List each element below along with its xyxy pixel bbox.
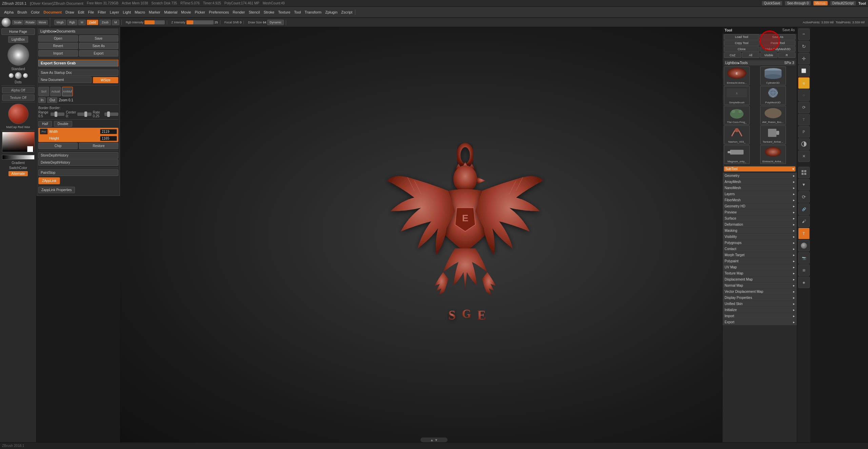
vector-displacement-title[interactable]: Vector Displacement Map ▸ [723, 289, 797, 294]
coz-btn[interactable]: CoZ [724, 53, 741, 58]
link-icon-btn[interactable]: 🔗 [798, 203, 810, 215]
menu-brush[interactable]: Brush [16, 9, 28, 15]
initialize-title[interactable]: Initialize ▸ [723, 307, 797, 313]
normal-map-title[interactable]: Normal Map ▸ [723, 283, 797, 288]
color-picker-area[interactable] [2, 132, 35, 154]
deformation-title[interactable]: Deformation ▸ [723, 222, 797, 227]
geometry-title[interactable]: Geometry ▸ [723, 173, 797, 179]
m-btn[interactable]: M [78, 20, 86, 25]
menu-tool[interactable]: Tool [293, 9, 302, 15]
save-as-header-label[interactable]: Save As [782, 28, 795, 32]
menu-draw[interactable]: Draw [64, 9, 76, 15]
quick-save-btn[interactable]: QuickSave [762, 1, 782, 5]
xpose-icon-btn[interactable]: ✕ [798, 150, 810, 162]
display-properties-title[interactable]: Display Properties ▸ [723, 295, 797, 301]
texture-off-section[interactable]: Texture Off [2, 95, 35, 101]
texture-map-title[interactable]: Texture Map ▸ [723, 270, 797, 276]
tool-thumb-0[interactable]: E Eintracht Anha... [724, 66, 750, 85]
morph-target-title[interactable]: Morph Target ▸ [723, 252, 797, 258]
menu-picker[interactable]: Picker [193, 9, 206, 15]
rotate-btn[interactable]: Rotate [24, 20, 37, 25]
addmesh-icon-btn[interactable] [798, 167, 810, 178]
tool-thumb-8[interactable]: Magnum_only_ [724, 145, 750, 164]
menu-preferences[interactable]: Preferences [208, 9, 230, 15]
new-doc-btn[interactable]: New Document [38, 77, 92, 83]
brush-preview[interactable] [7, 44, 29, 66]
dynamic-btn[interactable]: Dynamic [267, 20, 284, 25]
wsize-btn[interactable]: WSize [93, 77, 118, 83]
paint-stop-btn[interactable]: PaintStop [38, 169, 118, 176]
menu-render[interactable]: Render [231, 9, 246, 15]
tool-thumb-7[interactable]: Tankard_Anhar... [760, 125, 786, 144]
export-screen-grab-btn[interactable]: Export Screen Grab [38, 60, 118, 66]
camera-icon-btn[interactable]: 📷 [798, 252, 810, 264]
loop-icon-btn[interactable]: ⟳ [798, 102, 810, 113]
sphere-icon-btn[interactable] [798, 240, 810, 251]
scroll-icon[interactable]: Scrl [38, 87, 49, 96]
pro-btn[interactable]: Pro [40, 128, 48, 135]
import-title[interactable]: Import ▸ [723, 313, 797, 319]
scale-btn[interactable]: Scale [12, 20, 23, 25]
height-value[interactable]: 1165 [100, 136, 117, 141]
home-page-btn[interactable]: Home Page [1, 28, 35, 35]
alternate-btn[interactable]: Alternate [8, 171, 27, 176]
save-btn[interactable]: Save [79, 35, 119, 42]
alpha-off-section[interactable]: Alpha Off [2, 87, 35, 93]
export-title[interactable]: Export ▸ [723, 319, 797, 325]
actual-icon[interactable]: Actual [50, 87, 61, 96]
move-icon-btn[interactable]: ✛ [798, 53, 810, 64]
tool-thumb-4[interactable]: The Cocs Frog_ [724, 106, 750, 125]
menu-document[interactable]: Document [42, 9, 63, 15]
matcap-sphere[interactable] [8, 104, 28, 124]
import-btn[interactable]: Import [38, 50, 78, 57]
rate-slider[interactable] [104, 113, 118, 116]
fibermesh-title[interactable]: FiberMesh ▸ [723, 197, 797, 203]
tool-thumb-6[interactable]: Nashon_V03_ [724, 125, 750, 144]
zoom-in-btn[interactable]: In [38, 97, 46, 103]
range-slider[interactable] [51, 113, 64, 116]
snap-icon-btn[interactable]: ⊞ [798, 264, 810, 276]
transp-icon-btn[interactable]: T [798, 114, 810, 125]
export-btn[interactable]: Export [79, 50, 119, 57]
half-btn[interactable]: Half [38, 121, 52, 127]
m2-btn[interactable]: M [112, 20, 119, 25]
dot-icon-1[interactable] [9, 73, 14, 78]
refresh-icon-btn[interactable]: ⟳ [798, 191, 810, 203]
r-btn[interactable]: R [778, 53, 795, 58]
contact-title[interactable]: Contact ▸ [723, 246, 797, 252]
persp-icon-btn[interactable]: P [798, 126, 810, 138]
unified-skin-title[interactable]: Unified Skin ▸ [723, 301, 797, 307]
double-btn[interactable]: Double [54, 121, 72, 127]
masking-title[interactable]: Masking ▸ [723, 228, 797, 233]
menu-macro[interactable]: Macro [133, 9, 146, 15]
zapplink-props-btn[interactable]: ZappLink Properties [38, 187, 75, 193]
qviz-icon-btn[interactable]: Q [798, 77, 810, 89]
mrgb-btn[interactable]: Mrgb [54, 20, 66, 25]
see-through-btn[interactable]: See-through 0 [785, 1, 810, 5]
tool-thumb-3[interactable]: PolyMesh3D [760, 86, 786, 105]
menu-zscript[interactable]: Zscript [340, 9, 354, 15]
tool-thumb-9[interactable]: Eintracht_Anha... [760, 145, 786, 164]
gradient-bar[interactable] [2, 155, 35, 160]
tool-thumb-5[interactable]: AW_Raisin_Bro... [760, 106, 786, 125]
menu-texture[interactable]: Texture [277, 9, 292, 15]
rotate-icon-btn[interactable]: ↻ [798, 41, 810, 52]
move-btn[interactable]: Move [37, 20, 48, 25]
open-btn[interactable]: Open [38, 35, 78, 42]
width-value[interactable]: 2119 [100, 129, 117, 134]
nanomesh-title[interactable]: NanoMesh ▸ [723, 185, 797, 191]
script-btn[interactable]: Default2Script [830, 1, 856, 5]
menu-edit[interactable]: Edit [77, 9, 86, 15]
store-depth-btn[interactable]: StoreDepthHistory [38, 152, 118, 159]
zoom-out-btn[interactable]: Out [47, 97, 57, 103]
texture-icon-btn[interactable]: T [798, 228, 810, 239]
menu-material[interactable]: Material [163, 9, 179, 15]
visible-btn[interactable]: Visible [760, 53, 777, 58]
preview-title[interactable]: Preview ▸ [723, 209, 797, 215]
subtool-title[interactable]: SubTool ▾ [724, 166, 795, 171]
lightbox-tools-title[interactable]: Lightbox▸Tools SPix 3 [724, 60, 795, 65]
layers-title[interactable]: Layers ▸ [723, 191, 797, 197]
tool-thumb-1[interactable]: Cylinder3D [760, 66, 786, 85]
tool-thumb-2[interactable]: S SimpleBrush [724, 86, 750, 105]
menu-filter[interactable]: Filter [96, 9, 107, 15]
